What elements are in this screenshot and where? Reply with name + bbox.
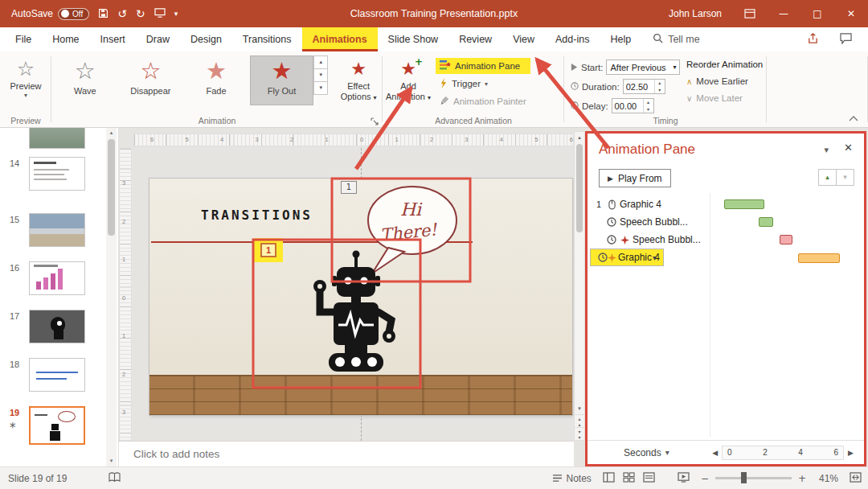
animation-timeline-bar[interactable]: [759, 217, 773, 227]
tab-animations[interactable]: Animations: [302, 27, 378, 51]
slides-scrollbar[interactable]: ▴ ▾: [106, 128, 117, 466]
maximize-button[interactable]: □: [800, 0, 834, 27]
spin-up-icon[interactable]: ▴: [655, 80, 665, 87]
animation-fade[interactable]: ★ Fade: [184, 55, 248, 105]
slide-sorter-view-icon[interactable]: [623, 472, 635, 485]
zoom-slider-thumb[interactable]: [741, 472, 747, 483]
spin-down-icon[interactable]: ▾: [655, 87, 665, 94]
spin-down-icon[interactable]: ▾: [644, 106, 653, 113]
animation-timeline-bar[interactable]: [724, 199, 764, 209]
slide-thumbnail[interactable]: [29, 310, 85, 343]
move-earlier-button[interactable]: ∧ Move Earlier: [686, 76, 767, 86]
gallery-more-icon[interactable]: ▾: [313, 81, 328, 95]
redo-icon[interactable]: ↻: [136, 8, 145, 19]
timeline-scale[interactable]: 0 2 4 6: [722, 446, 844, 460]
animation-pane-button[interactable]: Animation Pane: [436, 58, 530, 74]
gallery-scroll-up-icon[interactable]: ▴: [313, 55, 328, 69]
slide-entry-14[interactable]: 14: [0, 157, 104, 194]
timeline-right-arrow-icon[interactable]: ▶: [844, 449, 858, 457]
animation-item-3[interactable]: Speech Bubbl...: [590, 231, 862, 249]
autosave-toggle[interactable]: AutoSave Off: [11, 8, 89, 20]
animation-disappear[interactable]: ☆ Disappear: [119, 55, 183, 105]
slide-thumbnail-selected[interactable]: [29, 406, 85, 445]
play-from-button[interactable]: ▶ Play From: [599, 169, 671, 187]
tab-review[interactable]: Review: [448, 27, 502, 51]
delay-input[interactable]: 00.00 ▴▾: [612, 98, 654, 113]
reorder-down-button[interactable]: ▾: [836, 169, 854, 186]
scroll-down-icon[interactable]: ▾: [575, 403, 584, 414]
zoom-percentage[interactable]: 41%: [813, 473, 838, 484]
slide-thumbnail[interactable]: [29, 157, 85, 191]
scroll-thumb[interactable]: [108, 139, 115, 236]
start-select[interactable]: After Previous ▾: [606, 60, 680, 75]
scroll-thumb[interactable]: [576, 144, 583, 232]
animation-wave[interactable]: ☆ Wave: [53, 55, 117, 105]
timeline-left-arrow-icon[interactable]: ◀: [708, 449, 722, 457]
undo-icon[interactable]: ↺: [117, 8, 127, 19]
scroll-down-icon[interactable]: ▾: [106, 456, 117, 466]
gallery-scroll-down-icon[interactable]: ▾: [313, 68, 328, 82]
dialog-launcher-icon[interactable]: [371, 117, 379, 125]
present-display-icon[interactable]: [154, 8, 166, 19]
animation-painter-button[interactable]: Animation Painter: [436, 93, 530, 109]
slide-entry-19[interactable]: 19 *: [0, 406, 104, 443]
animation-timeline-bar[interactable]: [798, 253, 840, 263]
notes-area[interactable]: Click to add notes: [119, 441, 574, 466]
slide-thumbnail-partial[interactable]: [29, 128, 85, 149]
slide-entry-15[interactable]: 15: [0, 213, 104, 250]
tab-help[interactable]: Help: [600, 27, 641, 51]
save-icon[interactable]: [98, 8, 108, 20]
notes-placeholder[interactable]: Click to add notes: [133, 448, 219, 460]
scroll-up-icon[interactable]: ▴: [575, 132, 584, 143]
tab-add-ins[interactable]: Add-ins: [545, 27, 600, 51]
pane-options-chevron-icon[interactable]: ▾: [824, 145, 829, 155]
tab-insert[interactable]: Insert: [90, 27, 136, 51]
ribbon-display-options-icon[interactable]: [733, 0, 767, 27]
slide-thumbnail[interactable]: [29, 213, 85, 247]
slide-editor-canvas[interactable]: TRANSITIONS 1 1 Hi There!: [132, 148, 574, 441]
preview-button[interactable]: ☆ Preview ▾: [0, 51, 51, 99]
trigger-button[interactable]: Trigger ▾: [436, 76, 530, 92]
slide-canvas[interactable]: TRANSITIONS 1 1 Hi There!: [149, 179, 572, 415]
zoom-out-button[interactable]: −: [701, 473, 709, 484]
scroll-up-icon[interactable]: ▴: [106, 128, 117, 138]
tab-draw[interactable]: Draw: [136, 27, 180, 51]
next-slide-button[interactable]: ▾▾: [575, 427, 584, 440]
animation-number-tag-highlighted[interactable]: 1: [254, 238, 283, 262]
seconds-dropdown[interactable]: Seconds ▾: [624, 447, 669, 458]
animation-item-4-selected[interactable]: Graphic 4 ▾: [590, 249, 664, 266]
previous-slide-button[interactable]: ▴▴: [575, 414, 584, 427]
spin-up-icon[interactable]: ▴: [644, 99, 653, 106]
slide-entry-17[interactable]: 17: [0, 310, 104, 347]
collapse-ribbon-icon[interactable]: [849, 113, 858, 124]
animation-item-2[interactable]: Speech Bubbl...: [590, 213, 862, 231]
close-button[interactable]: ✕: [834, 0, 868, 27]
canvas-scrollbar[interactable]: ▴ ▾ ▴▴ ▾▾: [574, 131, 585, 441]
notes-toggle-button[interactable]: Notes: [552, 473, 592, 484]
fit-to-window-icon[interactable]: [850, 472, 862, 485]
tab-design[interactable]: Design: [180, 27, 232, 51]
normal-view-icon[interactable]: [603, 472, 615, 485]
spellcheck-icon[interactable]: [108, 472, 121, 485]
tab-view[interactable]: View: [502, 27, 545, 51]
slide-title-text[interactable]: TRANSITIONS: [201, 208, 313, 223]
reading-view-icon[interactable]: [643, 472, 655, 485]
pane-close-icon[interactable]: ✕: [844, 142, 853, 154]
slide-entry-16[interactable]: 16: [0, 261, 104, 298]
animation-number-tag[interactable]: 1: [341, 181, 357, 194]
item-dropdown-chevron-icon[interactable]: ▾: [653, 253, 657, 262]
tab-file[interactable]: File: [5, 27, 42, 51]
robot-graphic[interactable]: [298, 249, 411, 388]
slide-thumbnail[interactable]: [29, 358, 85, 392]
duration-input[interactable]: 02.50 ▴▾: [623, 79, 665, 94]
animation-fly-out[interactable]: ★ Fly Out: [250, 55, 314, 105]
reorder-up-button[interactable]: ▴: [818, 169, 837, 186]
tab-slide-show[interactable]: Slide Show: [378, 27, 449, 51]
comments-icon[interactable]: [840, 33, 852, 47]
zoom-slider[interactable]: [715, 477, 792, 479]
tab-transitions[interactable]: Transitions: [232, 27, 302, 51]
animation-item-1[interactable]: 1 Graphic 4: [590, 195, 862, 213]
share-icon[interactable]: [807, 33, 819, 47]
zoom-in-button[interactable]: +: [798, 473, 806, 484]
slideshow-view-icon[interactable]: [678, 472, 690, 485]
